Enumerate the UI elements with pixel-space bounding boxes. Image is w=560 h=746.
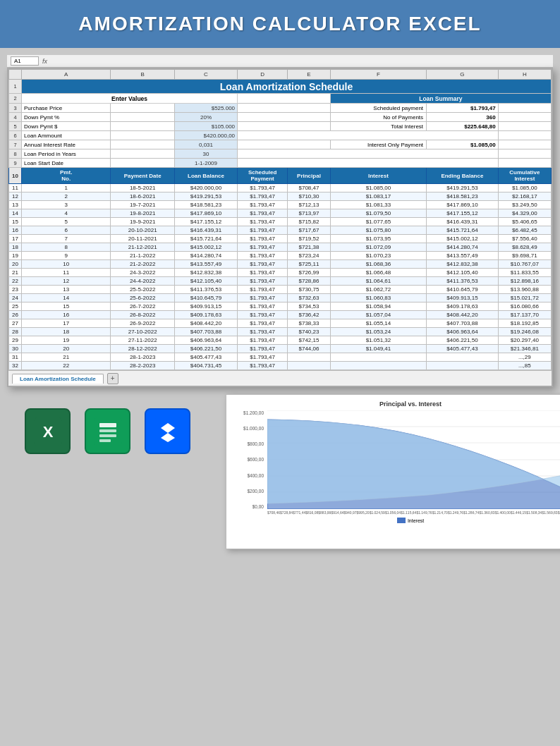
row-6: 6 Loan Ammount $420.000,00 [9, 131, 552, 140]
th-loanbal: Loan Balance [174, 168, 237, 184]
val-purchase[interactable]: $525.000 [174, 104, 237, 113]
row-7: 7 Annual Interest Rate 0,031 Interest On… [9, 140, 552, 149]
rownum-5: 5 [9, 122, 22, 131]
table-row: 27 1726-9-2022$408.442,20$1.793,47$738,3… [9, 319, 552, 328]
svg-rect-6 [99, 439, 111, 442]
intonly-value: $1.085,00 [427, 140, 499, 149]
row-5: 5 Down Pymt $ $105.000 Total Interest $2… [9, 122, 552, 131]
col-f: F [330, 70, 426, 80]
empty-9b [111, 159, 175, 168]
table-row: 28 1827-10-2022$407.703,88$1.793,47$740,… [9, 328, 552, 336]
tab-bar: Loan Amortization Schedule + [8, 370, 552, 386]
main-container: AMORTIZATION CALCULATOR EXCEL A1 fx A B … [0, 0, 560, 746]
table-row: 16 620-10-2021$416.439,31$1.793,47$717,6… [9, 226, 552, 235]
excel-svg: X [34, 417, 62, 446]
nopayments-value: 360 [427, 113, 499, 122]
th-interest: Interest [330, 168, 426, 184]
label-purchase: Purchase Price [22, 104, 111, 113]
empty-6 [238, 131, 499, 140]
spreadsheet-section: A1 fx A B C D E F G H [7, 55, 553, 387]
rownum-1: 1 [9, 80, 22, 94]
th-paydate: Payment Date [111, 168, 175, 184]
table-row: 13 319-7-2021$418.581,23$1.793,47$712,13… [9, 201, 552, 209]
rownum-3: 3 [9, 104, 22, 113]
rownum-2: 2 [9, 94, 22, 104]
empty-7 [238, 140, 331, 149]
empty-4 [238, 113, 331, 122]
empty-6h [498, 131, 551, 140]
col-a: A [22, 70, 111, 80]
svg-rect-5 [99, 434, 116, 437]
empty-5b [111, 122, 175, 131]
legend-interest: Interest [397, 518, 424, 523]
th-principal: Principal [288, 168, 331, 184]
rownum-4: 4 [9, 113, 22, 122]
svg-text:X: X [42, 423, 53, 441]
table-row: 29 1927-11-2022$406.963,64$1.793,47$742,… [9, 336, 552, 345]
val-loanperiod[interactable]: 30 [174, 149, 237, 159]
rownum-10: 10 [9, 168, 22, 184]
cell-empty [111, 104, 175, 113]
enter-values-header: Enter Values [22, 94, 238, 104]
label-startdate: Loan Start Date [22, 159, 111, 168]
table-row: 24 1425-6-2022$410.645,79$1.793,47$732,6… [9, 294, 552, 302]
table-row: 32 2228-2-2023$404.731,45$1.793,47...,85 [9, 362, 552, 370]
page-title: AMORTIZATION CALCULATOR EXCEL [14, 13, 546, 35]
page-header: AMORTIZATION CALCULATOR EXCEL [0, 0, 560, 48]
y-axis-labels: $1.200,00 $1.000,00 $800,00 $600,00 $400… [232, 410, 266, 509]
totalinterest-value: $225.648,80 [427, 122, 499, 131]
table-row: 26 1626-8-2022$409.178,63$1.793,47$736,4… [9, 311, 552, 319]
bottom-row: X [7, 394, 553, 549]
table-row: 21 1124-3-2022$412.832,38$1.793,47$726,9… [9, 269, 552, 277]
val-loanamt[interactable]: $420.000,00 [174, 131, 237, 140]
empty-8b [111, 149, 175, 159]
val-downpct[interactable]: 20% [174, 113, 237, 122]
val-annualrate[interactable]: 0,031 [174, 140, 237, 149]
row-2: 2 Enter Values Loan Summary [9, 94, 552, 104]
table-row: 11 118-5-2021$420.000,00$1.793,47$708,47… [9, 184, 552, 192]
fx-label: fx [42, 58, 47, 65]
table-row: 31 2128-1-2023$405.477,43$1.793,47...,29 [9, 353, 552, 362]
name-box[interactable]: A1 [11, 56, 39, 66]
chart-legend: Interest [232, 518, 560, 523]
label-annualrate: Annual Interest Rate [22, 140, 111, 149]
table-row: 30 2028-12-2022$406.221,50$1.793,47$744,… [9, 345, 552, 353]
col-g: G [427, 70, 499, 80]
excel-icon-badge[interactable]: X [25, 408, 71, 454]
th-endbal: Ending Balance [427, 168, 499, 184]
empty-5h [498, 122, 551, 131]
sched-payment-label: Scheduled payment [330, 104, 426, 113]
th-schedpay: ScheduledPayment [238, 168, 288, 184]
sheet-tab[interactable]: Loan Amortization Schedule [12, 374, 104, 384]
sched-payment-value: $1.793,47 [427, 104, 499, 113]
col-e: E [288, 70, 331, 80]
icons-row: X [7, 394, 208, 468]
sheets-svg [94, 417, 122, 446]
empty-8h [498, 149, 551, 159]
empty-8 [238, 149, 499, 159]
empty-3 [238, 104, 331, 113]
col-h: H [498, 70, 551, 80]
val-startdate[interactable]: 1-1-2009 [174, 159, 237, 168]
nopayments-label: No of Payments [330, 113, 426, 122]
add-sheet-button[interactable]: + [107, 373, 118, 384]
th-pmtno: Pmt.No. [22, 168, 111, 184]
table-row: 18 821-12-2021$415.002,12$1.793,47$721,3… [9, 243, 552, 252]
x-axis-labels: $708,46 $728,84 $771,44 $816,08 $883,99 … [267, 510, 560, 515]
rownum-7: 7 [9, 140, 22, 149]
legend-interest-color [397, 518, 406, 523]
dropbox-icon-badge[interactable] [145, 408, 190, 454]
corner-cell [9, 70, 22, 80]
col-b: B [111, 70, 175, 80]
sheets-icon-badge[interactable] [85, 408, 130, 454]
row-4: 4 Down Pymt % 20% No of Payments 360 [9, 113, 552, 122]
loan-summary-header: Loan Summary [330, 94, 551, 104]
col-d: D [238, 70, 288, 80]
rownum-9: 9 [9, 159, 22, 168]
chart-svg-container [267, 410, 560, 509]
chart-svg [267, 410, 560, 509]
empty-6b [111, 131, 175, 140]
val-downdollar[interactable]: $105.000 [174, 122, 237, 131]
empty-9h [498, 159, 551, 168]
table-row: 15 519-9-2021$417.155,12$1.793,47$715,82… [9, 218, 552, 226]
